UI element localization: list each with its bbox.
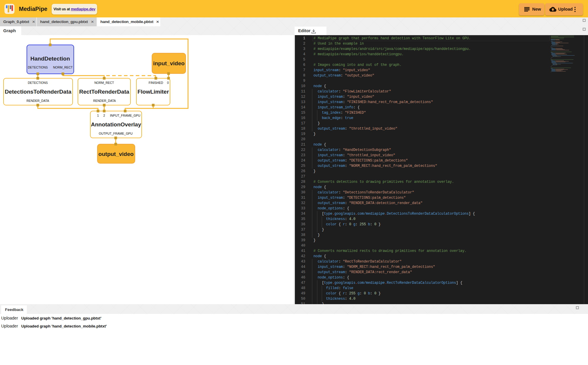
svg-text:RectToRenderData: RectToRenderData bbox=[79, 89, 129, 95]
svg-text:FINISHED: FINISHED bbox=[148, 81, 163, 84]
svg-text:RENDER_DATA: RENDER_DATA bbox=[27, 99, 49, 102]
svg-text:1: 1 bbox=[97, 114, 99, 117]
svg-text:INPUT_FRAME_GPU: INPUT_FRAME_GPU bbox=[110, 114, 141, 117]
svg-text:FlowLimiter: FlowLimiter bbox=[138, 89, 169, 95]
svg-text:input_video: input_video bbox=[153, 60, 185, 66]
svg-text:NORM_RECT: NORM_RECT bbox=[94, 81, 114, 84]
svg-text:OUTPUT_FRAME_GPU: OUTPUT_FRAME_GPU bbox=[99, 132, 133, 135]
svg-text:NORM_RECT: NORM_RECT bbox=[53, 66, 73, 69]
svg-text:DETECTIONS: DETECTIONS bbox=[28, 81, 48, 84]
svg-text:output_video: output_video bbox=[98, 151, 133, 157]
svg-text:2: 2 bbox=[103, 114, 105, 117]
svg-text:HandDetection: HandDetection bbox=[30, 56, 70, 62]
svg-text:DETECTIONS: DETECTIONS bbox=[28, 66, 48, 69]
svg-text:DetectionsToRenderData: DetectionsToRenderData bbox=[5, 89, 71, 95]
svg-text:AnnotationOverlay: AnnotationOverlay bbox=[91, 121, 141, 128]
svg-text:0: 0 bbox=[167, 81, 169, 84]
svg-text:RENDER_DATA: RENDER_DATA bbox=[93, 99, 116, 102]
